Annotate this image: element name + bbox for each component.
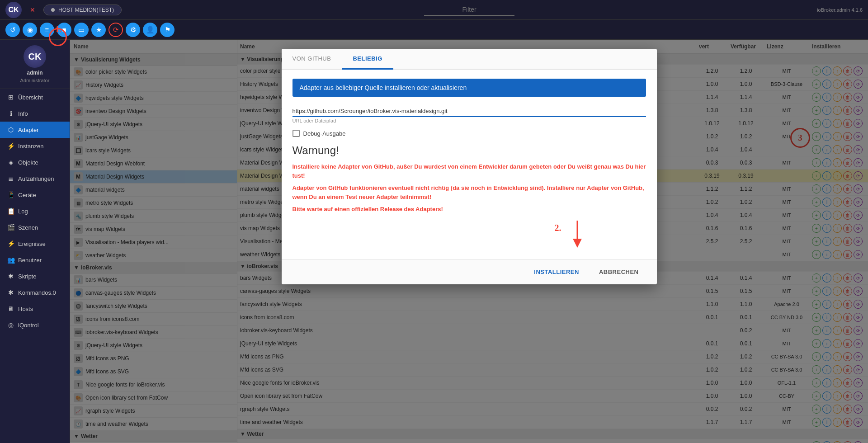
objects-icon: ◈	[7, 159, 14, 166]
overview-icon: ⊞	[7, 94, 14, 101]
sidebar-item-objects[interactable]: ◈ Objekte	[0, 154, 70, 170]
filter-input[interactable]	[424, 4, 514, 16]
sidebar-label-commands: Kommandos.0	[18, 289, 56, 296]
svg-marker-1	[573, 239, 582, 248]
host-name: HOST MEDION(TEST)	[58, 7, 114, 13]
host-badge[interactable]: HOST MEDION(TEST)	[43, 5, 122, 15]
user-name: admin	[27, 70, 42, 76]
modal-overlay: VON GITHUB BELIEBIG Adapter aus beliebig…	[70, 40, 868, 443]
sidebar-label-log: Log	[18, 208, 28, 215]
devices-icon: 📱	[7, 191, 14, 198]
sidebar-label-overview: Übersicht	[18, 94, 43, 101]
sidebar-label-scenes: Szenen	[18, 224, 38, 231]
host-status-dot	[51, 8, 55, 12]
modal-title-bar: Adapter aus beliebiger Quelle installier…	[292, 79, 646, 97]
sidebar-item-overview[interactable]: ⊞ Übersicht	[0, 89, 70, 105]
user-avatar: CK	[24, 45, 46, 68]
tab-von-github[interactable]: VON GITHUB	[282, 49, 342, 70]
sidebar-item-hosts[interactable]: 🖥 Hosts	[0, 301, 70, 317]
toolbar: ↺ ◉ ≡ ■ ▭ ★ ⟳ ⚙ 👤 ⚑ 1.	[0, 20, 868, 40]
annotation-arrow	[555, 218, 600, 250]
app-logo: CK	[5, 2, 22, 18]
url-input-row: URL oder Dateipfad	[292, 106, 646, 123]
sidebar-label-objects: Objekte	[18, 159, 38, 166]
iqontrol-icon: ◎	[7, 321, 14, 329]
toolbar-star-btn[interactable]: ★	[91, 23, 106, 37]
sidebar-label-devices: Geräte	[18, 192, 36, 198]
enum-icon: ≣	[7, 175, 14, 182]
close-button[interactable]: ✕	[27, 5, 38, 14]
sidebar: CK admin Administrator ⊞ Übersicht ℹ Inf…	[0, 40, 70, 443]
debug-label: Debug-Ausgabe	[303, 130, 346, 137]
url-input[interactable]	[292, 106, 646, 117]
toolbar-memory-btn[interactable]: ◉	[23, 23, 37, 37]
info-icon: ℹ	[7, 110, 14, 117]
sidebar-user: CK admin Administrator	[0, 40, 70, 89]
events-icon: ⚡	[7, 240, 14, 247]
toolbar-refresh2-btn[interactable]: ⟳	[108, 23, 123, 37]
toolbar-monitor-btn[interactable]: ▭	[74, 23, 89, 37]
sidebar-item-scripts[interactable]: ✱ Skripte	[0, 268, 70, 284]
toolbar-bookmark-btn[interactable]: ⚑	[160, 23, 175, 37]
toolbar-list-btn[interactable]: ≡	[40, 23, 54, 37]
modal-dialog: VON GITHUB BELIEBIG Adapter aus beliebig…	[282, 49, 657, 284]
scripts-icon: ✱	[7, 273, 14, 280]
annotation-1-label: 1.	[55, 25, 61, 34]
modal-body: Adapter aus beliebiger Quelle installier…	[282, 70, 657, 259]
toolbar-settings-btn[interactable]: ⚙	[126, 23, 140, 37]
toolbar-user-btn[interactable]: 👤	[143, 23, 157, 37]
sidebar-item-commands[interactable]: ✱ Kommandos.0	[0, 284, 70, 301]
sidebar-item-enumerations[interactable]: ≣ Aufzählungen	[0, 170, 70, 187]
debug-checkbox[interactable]	[292, 130, 300, 137]
sidebar-item-adapter[interactable]: ⬡ Adapter	[0, 122, 70, 138]
user-role: Administrator	[20, 78, 50, 83]
warning-title: Warnung!	[292, 144, 646, 157]
url-placeholder-label: URL oder Dateipfad	[292, 118, 646, 123]
sidebar-label-users: Benutzer	[18, 257, 42, 264]
hosts-icon: 🖥	[7, 305, 14, 312]
users-icon: 👥	[7, 256, 14, 264]
sidebar-item-events[interactable]: ⚡ Ereignisse	[0, 236, 70, 252]
sidebar-label-scripts: Skripte	[18, 273, 36, 280]
sidebar-item-users[interactable]: 👥 Benutzer	[0, 252, 70, 268]
sidebar-label-enum: Aufzählungen	[18, 175, 54, 182]
adapter-icon: ⬡	[7, 126, 14, 133]
warning-line-1: Installiere keine Adapter von GitHub, au…	[292, 162, 646, 180]
sidebar-item-info[interactable]: ℹ Info	[0, 105, 70, 122]
sidebar-item-log[interactable]: 📋 Log	[0, 203, 70, 219]
sidebar-item-scenes[interactable]: 🎬 Szenen	[0, 219, 70, 236]
modal-footer: INSTALLIEREN ABBRECHEN	[282, 259, 657, 284]
sidebar-label-instances: Instanzen	[18, 143, 43, 150]
filter-area	[127, 4, 811, 16]
version-label: ioBroker.admin 4.1.6	[817, 7, 863, 13]
log-icon: 📋	[7, 207, 14, 215]
sidebar-item-devices[interactable]: 📱 Geräte	[0, 187, 70, 203]
tab-beliebig[interactable]: BELIEBIG	[342, 49, 393, 70]
toolbar-refresh-btn[interactable]: ↺	[5, 23, 20, 37]
cancel-button[interactable]: ABBRECHEN	[592, 265, 646, 279]
commands-icon: ✱	[7, 289, 14, 296]
sidebar-label-iqontrol: iQontrol	[18, 322, 39, 329]
sidebar-label-adapter: Adapter	[18, 127, 39, 133]
warning-line-3: Bitte warte auf einen offiziellen Releas…	[292, 205, 646, 214]
scenes-icon: 🎬	[7, 224, 14, 231]
topbar: CK ✕ HOST MEDION(TEST) ioBroker.admin 4.…	[0, 0, 868, 20]
sidebar-label-events: Ereignisse	[18, 240, 46, 247]
sidebar-label-info: Info	[18, 110, 28, 117]
sidebar-item-instances[interactable]: ⚡ Instanzen	[0, 138, 70, 154]
sidebar-item-iqontrol[interactable]: ◎ iQontrol	[0, 317, 70, 333]
warning-line-2: Adapter von GitHub funktionieren eventue…	[292, 184, 646, 201]
sidebar-label-hosts: Hosts	[18, 306, 33, 312]
instances-icon: ⚡	[7, 142, 14, 150]
modal-tabs: VON GITHUB BELIEBIG	[282, 49, 657, 70]
install-button[interactable]: INSTALLIEREN	[527, 265, 586, 279]
main-layout: CK admin Administrator ⊞ Übersicht ℹ Inf…	[0, 40, 868, 443]
debug-row: Debug-Ausgabe	[292, 130, 646, 137]
content-area: Name ▼ Visualisierung Widgets 🎨color pic…	[70, 40, 868, 443]
